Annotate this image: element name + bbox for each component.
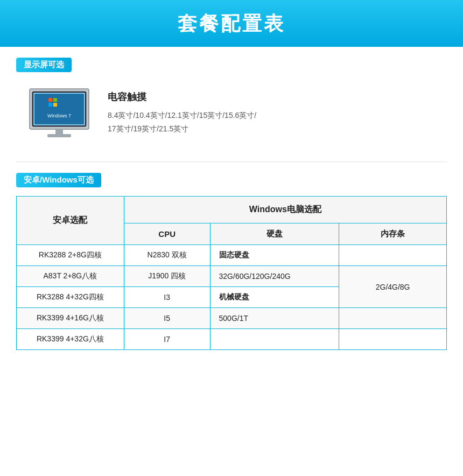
cell-ram — [339, 329, 447, 350]
svg-rect-6 — [48, 103, 52, 107]
cell-cpu: I3 — [124, 287, 210, 308]
th-disk: 硬盘 — [210, 223, 339, 245]
svg-rect-5 — [53, 98, 57, 102]
th-android: 安卓选配 — [17, 197, 124, 245]
cell-cpu: N2830 双核 — [124, 245, 210, 266]
cell-android: A83T 2+8G八核 — [17, 266, 124, 287]
cell-disk: 固态硬盘 — [210, 245, 339, 266]
cell-android: RK3399 4+32G八核 — [17, 329, 124, 350]
table-header-row-1: 安卓选配 Windows电脑选配 — [17, 197, 447, 223]
config-table: 安卓选配 Windows电脑选配 CPU 硬盘 内存条 RK3288 2+8G四… — [16, 196, 447, 350]
section-divider — [16, 162, 447, 162]
cell-ram: 2G/4G/8G — [339, 266, 447, 308]
cell-cpu: I7 — [124, 329, 210, 350]
display-card: Windows 7 电容触摸 8.4英寸/10.4英寸/12.1英寸/15英寸/… — [16, 81, 447, 145]
display-badge: 显示屏可选 — [16, 58, 72, 72]
cell-cpu: I5 — [124, 308, 210, 329]
monitor-image: Windows 7 — [27, 86, 92, 140]
svg-rect-10 — [47, 134, 71, 137]
cell-disk: 32G/60G/120G/240G — [210, 266, 339, 287]
cell-disk: 500G/1T — [210, 308, 339, 329]
page-title: 套餐配置表 — [0, 11, 463, 37]
display-section: 显示屏可选 — [16, 58, 447, 145]
th-windows: Windows电脑选配 — [124, 197, 446, 223]
cell-android: RK3288 4+32G四核 — [17, 287, 124, 308]
page-header: 套餐配置表 — [0, 0, 463, 47]
table-row: RK3399 4+32G八核I7 — [17, 329, 447, 350]
table-body: RK3288 2+8G四核N2830 双核固态硬盘A83T 2+8G八核J190… — [17, 245, 447, 350]
cell-disk — [210, 329, 339, 350]
table-row: A83T 2+8G八核J1900 四核32G/60G/120G/240G2G/4… — [17, 266, 447, 287]
svg-rect-3 — [34, 94, 84, 124]
svg-rect-7 — [53, 103, 57, 107]
display-info: 电容触摸 8.4英寸/10.4英寸/12.1英寸/15英寸/15.6英寸/ 17… — [108, 90, 447, 136]
cell-cpu: J1900 四核 — [124, 266, 210, 287]
content-area: 显示屏可选 — [0, 47, 463, 361]
svg-text:Windows 7: Windows 7 — [47, 113, 71, 118]
table-row: RK3399 4+16G八核I5500G/1T — [17, 308, 447, 329]
monitor-svg: Windows 7 — [27, 86, 92, 140]
display-sizes: 8.4英寸/10.4英寸/12.1英寸/15英寸/15.6英寸/ 17英寸/19… — [108, 109, 447, 136]
svg-rect-9 — [55, 129, 63, 135]
cell-disk: 机械硬盘 — [210, 287, 339, 308]
table-row: RK3288 2+8G四核N2830 双核固态硬盘 — [17, 245, 447, 266]
svg-rect-4 — [48, 98, 52, 102]
aw-section: 安卓/Windows可选 安卓选配 Windows电脑选配 CPU 硬盘 内存条… — [16, 173, 447, 350]
cell-android: RK3288 2+8G四核 — [17, 245, 124, 266]
display-title: 电容触摸 — [108, 90, 447, 103]
cell-ram — [339, 245, 447, 266]
aw-badge: 安卓/Windows可选 — [16, 173, 101, 187]
cell-ram — [339, 308, 447, 329]
th-ram: 内存条 — [339, 223, 447, 245]
th-cpu: CPU — [124, 223, 210, 245]
cell-android: RK3399 4+16G八核 — [17, 308, 124, 329]
